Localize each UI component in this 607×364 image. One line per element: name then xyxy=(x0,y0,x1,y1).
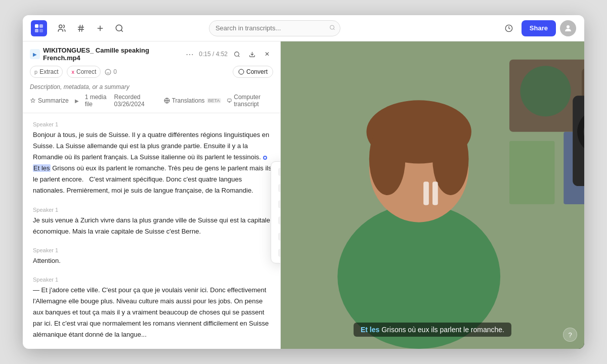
context-menu: h Highlight t Add tags s Link to selecti… xyxy=(271,161,280,263)
svg-point-23 xyxy=(239,69,244,74)
search-container xyxy=(209,20,340,36)
video-subtitle: Et les Grisons où eux ils parlent le rom… xyxy=(354,323,511,337)
speaker-text-2: Je suis venue à Zurich vivre dans la plu… xyxy=(33,215,272,237)
video-scene: Et les Grisons où eux ils parlent le rom… xyxy=(281,41,584,349)
search-icon xyxy=(329,24,335,32)
translations-btn[interactable]: Translations BETA xyxy=(164,97,222,104)
svg-rect-45 xyxy=(432,181,438,205)
main-content: ▶ WIKITONGUES_ Camille speaking French.m… xyxy=(23,41,584,349)
description-input[interactable] xyxy=(30,83,273,90)
cursor-indicator xyxy=(263,156,267,160)
users-icon-btn[interactable] xyxy=(53,20,70,37)
speaker-block-4: Speaker 1 — Et j'adore cette ville. C'es… xyxy=(33,277,272,340)
download-shortcut: d xyxy=(278,216,280,224)
file-menu-button[interactable]: ⋯ xyxy=(184,49,196,60)
svg-rect-26 xyxy=(228,99,231,102)
speaker-block-2: Speaker 1 Je suis venue à Zurich vivre d… xyxy=(33,207,272,237)
hashtag-icon-btn[interactable] xyxy=(72,20,90,37)
transcript-body: Speaker 1 Bonjour à tous, je suis de Sui… xyxy=(23,113,280,349)
computer-transcript-btn[interactable]: Computer transcript xyxy=(227,94,273,108)
history-icon-btn[interactable] xyxy=(500,20,517,37)
speaker-text-1: Bonjour à tous, je suis de Suisse. Il y … xyxy=(33,129,272,197)
file-icon: ▶ xyxy=(30,49,40,59)
speaker-label-1: Speaker 1 xyxy=(33,121,272,127)
meta-row: Summarize ▶ 1 media file Recorded 03/26/… xyxy=(30,94,273,108)
svg-rect-2 xyxy=(35,29,38,32)
speaker-block-1: Speaker 1 Bonjour à tous, je suis de Sui… xyxy=(33,121,272,197)
svg-line-18 xyxy=(238,56,239,57)
video-svg xyxy=(281,41,584,349)
file-name: WIKITONGUES_ Camille speaking French.mp4 xyxy=(43,47,181,62)
video-panel: Et les Grisons où eux ils parlent le rom… xyxy=(281,41,584,349)
speaker-text-4: — Et j'adore cette ville. C'est pour ça … xyxy=(33,285,272,340)
context-menu-add-to-reel[interactable]: r Add to reel xyxy=(271,229,280,245)
avatar xyxy=(560,20,576,36)
add-icon-btn[interactable] xyxy=(92,20,109,37)
file-time: 0:15 / 4:52 xyxy=(199,51,228,58)
speaker-text-3: Attention. xyxy=(33,255,272,266)
transcript-header: ▶ WIKITONGUES_ Camille speaking French.m… xyxy=(23,41,280,113)
svg-point-4 xyxy=(59,25,62,28)
comment-shortcut: c xyxy=(278,249,280,257)
help-button[interactable]: ? xyxy=(563,328,577,342)
action-bar: p Extract x Correct 0 xyxy=(30,66,273,78)
file-title-row: ▶ WIKITONGUES_ Camille speaking French.m… xyxy=(30,47,273,62)
convert-button[interactable]: Convert xyxy=(233,66,273,78)
svg-line-8 xyxy=(82,25,83,32)
app-window: Share ▶ WIKITONGUES_ Camille speaking Fr… xyxy=(23,15,584,349)
search-transcript-btn[interactable] xyxy=(231,48,243,60)
svg-point-13 xyxy=(330,25,334,29)
toolbar: Share xyxy=(23,15,584,41)
transcript-panel: ▶ WIKITONGUES_ Camille speaking French.m… xyxy=(23,41,281,349)
svg-rect-33 xyxy=(509,141,554,204)
highlight-shortcut: h xyxy=(278,168,280,176)
svg-point-31 xyxy=(520,66,571,116)
reactions-area: 0 xyxy=(105,68,117,75)
link-shortcut: s xyxy=(278,200,280,208)
reel-shortcut: r xyxy=(278,233,280,241)
subtitle-text: Grisons où eux ils parlent le romanche. xyxy=(381,326,504,334)
share-button[interactable]: Share xyxy=(522,20,556,36)
svg-line-14 xyxy=(333,28,334,29)
extract-tag-btn[interactable]: p Extract xyxy=(30,66,63,78)
speaker-label-2: Speaker 1 xyxy=(33,207,272,213)
svg-point-16 xyxy=(567,25,570,28)
context-menu-link-to-selection[interactable]: s Link to selection xyxy=(271,196,280,212)
speaker-label-3: Speaker 1 xyxy=(33,247,272,253)
toolbar-right: Share xyxy=(500,20,576,37)
context-menu-comment[interactable]: c Comment xyxy=(271,245,280,261)
speaker-label-4: Speaker 1 xyxy=(33,277,272,283)
add-tags-shortcut: t xyxy=(278,184,280,192)
app-logo xyxy=(31,20,47,36)
svg-point-20 xyxy=(105,69,111,75)
svg-point-42 xyxy=(369,123,406,195)
highlighted-text: Et les xyxy=(33,164,51,172)
context-menu-highlight[interactable]: h Highlight xyxy=(271,164,280,180)
correct-tag-btn[interactable]: x Correct xyxy=(67,66,101,78)
context-menu-download[interactable]: d Download xyxy=(271,212,280,229)
subtitle-highlight: Et les xyxy=(361,326,379,334)
summarize-btn[interactable]: Summarize xyxy=(30,97,69,104)
svg-line-7 xyxy=(79,25,80,32)
svg-point-17 xyxy=(234,52,239,56)
search-input[interactable] xyxy=(209,20,340,36)
svg-line-12 xyxy=(121,30,122,31)
svg-rect-44 xyxy=(423,181,429,205)
download-transcript-btn[interactable] xyxy=(246,48,258,60)
close-transcript-btn[interactable]: ✕ xyxy=(261,48,273,60)
svg-point-11 xyxy=(116,25,122,31)
svg-rect-0 xyxy=(35,24,38,28)
context-menu-add-tags[interactable]: t Add tags xyxy=(271,180,280,196)
search-icon-btn[interactable] xyxy=(111,20,128,37)
svg-point-43 xyxy=(432,123,469,195)
svg-rect-1 xyxy=(39,24,43,28)
svg-rect-3 xyxy=(39,29,43,32)
speaker-block-3: Speaker 1 Attention. xyxy=(33,247,272,266)
